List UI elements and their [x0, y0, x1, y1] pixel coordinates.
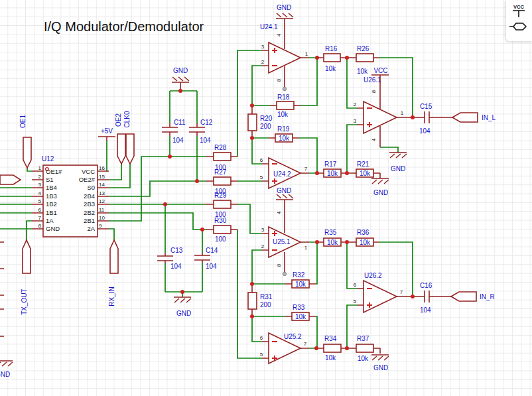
junction-dot	[315, 240, 319, 244]
vcc-flag[interactable]: VCC	[371, 67, 389, 75]
gnd-flag[interactable]: GND	[276, 187, 293, 233]
resistor-R20[interactable]: R20 200	[248, 105, 273, 138]
pin-number: 1	[38, 165, 42, 171]
pin-number: 6	[38, 207, 42, 213]
port-symbol-icon[interactable]	[509, 23, 526, 30]
gnd-flag[interactable]: GND	[389, 153, 407, 172]
resistor-R36[interactable]: R36 10k	[347, 229, 379, 246]
opamp-U26.2[interactable]: U26.2 6 5 7	[354, 272, 451, 312]
pin-number: 6	[354, 282, 357, 288]
junction-dot	[250, 103, 254, 107]
resistor-R28[interactable]: R28 100	[206, 144, 237, 171]
resistor-R17[interactable]: R17 10k	[317, 161, 347, 177]
ic-U12[interactable]: U12 1 2 3 4 5 6 7 8 16 15 14 13 12 11 10…	[32, 155, 109, 237]
vcc-symbol-icon[interactable]: VCC	[513, 4, 525, 17]
resistor-value: 100	[215, 235, 226, 243]
resistor-value: 10k	[325, 354, 336, 362]
schematic-canvas[interactable]: I/Q Modulator/Demodulator U12 1 2 3 4 5 …	[0, 0, 532, 396]
pin-number: 1	[304, 245, 308, 251]
resistor-R32[interactable]: R32 10k	[285, 271, 316, 288]
opamp-U25.2[interactable]: U25.2 6 5 7	[260, 333, 309, 363]
pin-number: 5	[38, 198, 42, 204]
capacitor-value: 104	[419, 127, 431, 135]
capacitor-C16[interactable]: C16 104	[420, 282, 432, 314]
port-label: TX_OUT	[21, 289, 28, 314]
opamp-U26.1[interactable]: U26.1 2 3 1 8 4	[354, 75, 452, 147]
junction-dot	[168, 155, 172, 159]
pin-number: 3	[354, 118, 357, 124]
pin-number: 3	[261, 44, 265, 50]
port-label: OE1	[19, 115, 27, 128]
resistor-R31[interactable]: R31 200	[248, 284, 273, 316]
wire[interactable]	[109, 157, 206, 230]
opamp-ref: U24.2	[273, 170, 291, 178]
gnd-flag[interactable]: GND	[172, 67, 189, 91]
pin-name: 1A	[46, 217, 54, 224]
resistor-R30[interactable]: R30 100	[206, 217, 237, 243]
resistor-ref: R35	[324, 229, 337, 236]
port-label: IN_R	[480, 293, 495, 300]
port-RX_IN[interactable]: RX_IN	[108, 240, 118, 306]
capacitor-C12[interactable]: C12 104	[189, 119, 213, 144]
pin-number: 5	[260, 174, 263, 180]
pin-number: 4	[276, 33, 282, 36]
p5v-flag[interactable]: +5V	[98, 127, 115, 141]
port-OE1[interactable]: OE1	[19, 115, 31, 168]
gnd-flag[interactable]: GND	[371, 178, 389, 196]
gnd-flag[interactable]: GND	[276, 4, 293, 49]
resistor-ref: R33	[293, 304, 305, 311]
resistor-R18[interactable]: R18 10k	[270, 94, 300, 118]
junction-dot	[178, 89, 182, 93]
pin-number: 7	[38, 215, 42, 221]
resistor-R34[interactable]: R34 10k	[316, 335, 347, 362]
capacitor-value: 104	[170, 263, 182, 270]
resistor-ref: R36	[357, 229, 369, 236]
resistor-R33[interactable]: R33 10k	[285, 304, 316, 320]
resistor-value: 200	[260, 123, 271, 130]
pin-number: 4	[371, 138, 377, 141]
capacitor-ref: C16	[420, 282, 432, 289]
resistor-ref: R30	[214, 217, 227, 224]
vcc-icon-label: VCC	[513, 4, 524, 10]
opamp-U25.1[interactable]: U25.1 3 2 1 4 8	[261, 211, 309, 275]
junction-dot	[314, 346, 318, 350]
resistor-R19[interactable]: R19 10k	[269, 125, 299, 142]
resistor-ref: R26	[357, 45, 369, 52]
gnd-flag-clipped[interactable]: GND	[0, 361, 13, 378]
pin-number: 6	[260, 157, 263, 163]
capacitor-C13[interactable]: C13 104	[157, 247, 183, 270]
capacitor-C15[interactable]: C15 104	[419, 103, 432, 135]
pin-number: 2	[38, 174, 42, 180]
opamp-ref: U24.1	[260, 23, 278, 31]
resistor-value: 10k	[325, 65, 336, 72]
capacitor-C14[interactable]: C14 104	[194, 247, 218, 270]
pin-name: 2A	[87, 225, 95, 232]
pin-name: 1B2	[46, 200, 57, 208]
gnd-label: GND	[277, 4, 291, 11]
resistor-ref: R17	[324, 161, 337, 168]
resistor-ref: R16	[325, 45, 338, 52]
resistor-R35[interactable]: R35 10k	[317, 229, 347, 246]
gnd-label: GND	[391, 165, 405, 172]
pin-number: 7	[304, 166, 308, 172]
opamp-U24.2[interactable]: U24.2 6 5 7	[260, 157, 309, 188]
port-IN_R[interactable]: IN_R	[451, 292, 495, 301]
pin-name: 1B3	[46, 192, 57, 200]
pin-name: 2B4	[84, 192, 95, 200]
pin-number: 4	[276, 211, 282, 214]
port-IN_L[interactable]: IN_L	[452, 113, 496, 122]
port-TX_OUT[interactable]: TX_OUT	[21, 240, 31, 315]
capacitor-C11[interactable]: C11 104	[162, 119, 186, 144]
resistor-R27[interactable]: R27 100	[206, 168, 237, 195]
resistor-R16[interactable]: R16 10k	[317, 45, 347, 72]
resistor-value: 10k	[358, 355, 369, 362]
pin-number: 14	[99, 182, 105, 188]
port-S1-clipped[interactable]	[0, 175, 21, 184]
resistor-R21[interactable]: R21 10k	[347, 161, 380, 178]
junction-dot	[250, 136, 254, 140]
gnd-flag[interactable]: GND	[174, 297, 191, 317]
resistor-R29[interactable]: R29 100	[206, 192, 237, 218]
resistor-value: 10k	[360, 239, 371, 246]
gnd-flag[interactable]: GND	[371, 355, 389, 371]
pin-number: 3	[38, 182, 42, 188]
